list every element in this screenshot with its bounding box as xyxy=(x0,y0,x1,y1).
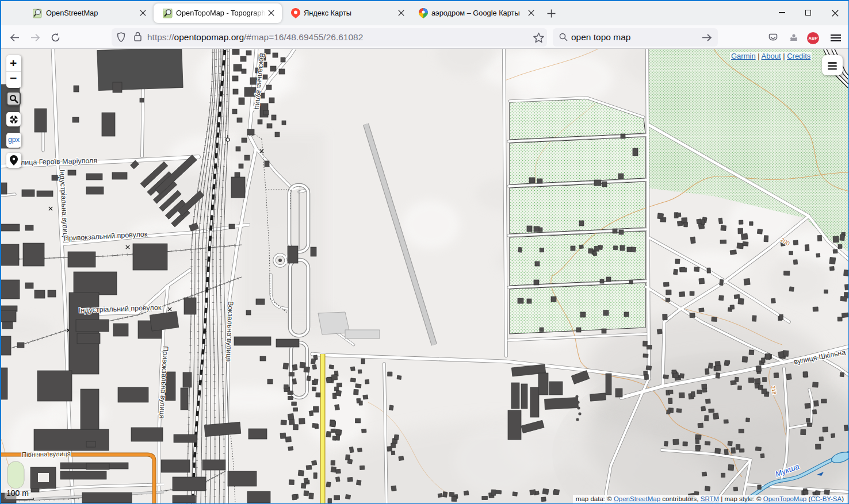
svg-text:Північна вулиця: Північна вулиця xyxy=(22,451,71,458)
